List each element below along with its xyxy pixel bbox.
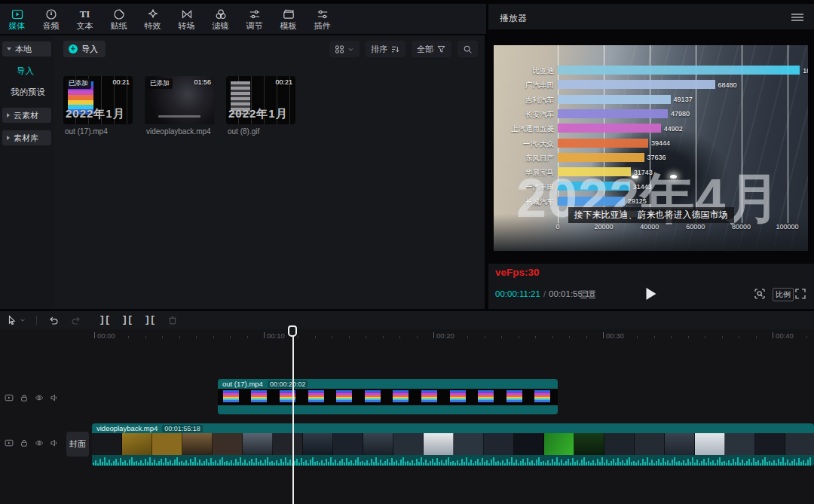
tab-特效[interactable]: 特效	[136, 4, 170, 34]
chart-bar-label: 一汽-大众	[494, 139, 554, 149]
clip-thumbnail	[388, 389, 417, 405]
added-badge: 已添加	[147, 78, 173, 89]
search-icon	[463, 44, 473, 54]
chevron-down-icon	[347, 46, 354, 53]
clip-thumbnail	[92, 433, 122, 455]
select-tool-dropdown[interactable]	[6, 314, 26, 326]
tab-文本[interactable]: TI文本	[68, 4, 102, 34]
split-keep-right-button[interactable]: ][	[144, 314, 156, 326]
template-icon	[282, 8, 295, 20]
ruler-major-tick	[773, 332, 773, 338]
timeline-ruler[interactable]: 00:0000:1000:2000:3000:40	[0, 329, 814, 341]
tab-音频[interactable]: 音频	[34, 4, 68, 34]
chart-bar-label: 长安汽车	[494, 110, 554, 120]
split-keep-left-button[interactable]: ][	[121, 314, 133, 326]
ruler-minor-tick	[637, 336, 638, 338]
view-mode-dropdown[interactable]	[329, 41, 360, 57]
chart-date-watermark: 2022年4月	[516, 163, 781, 235]
chart-bar-value: 44902	[664, 125, 683, 133]
tab-转场[interactable]: 转场	[170, 4, 204, 34]
ruler-minor-tick	[247, 336, 248, 338]
player-header: 播放器	[488, 4, 814, 29]
undo-button[interactable]	[47, 314, 60, 326]
filter-label: 全部	[417, 44, 433, 55]
play-button[interactable]	[647, 288, 656, 300]
media-card-videoplayback.mp4[interactable]: 已添加01:56	[145, 76, 214, 124]
ruler-major-tick	[603, 332, 604, 338]
ruler-minor-tick	[366, 336, 366, 338]
ruler-minor-tick	[332, 336, 332, 338]
chart-bar-value: 105475	[803, 67, 808, 75]
aspect-ratio-button[interactable]: 比例	[773, 288, 794, 301]
thumbnail-chart-decor	[223, 390, 239, 402]
import-button[interactable]: + 导入	[63, 41, 106, 57]
speaker-icon[interactable]	[50, 438, 59, 447]
thumb-caption-strip	[158, 115, 200, 118]
import-button-label: 导入	[81, 44, 98, 55]
ruler-minor-tick	[298, 336, 298, 338]
ruler-minor-tick	[535, 336, 536, 338]
toolbar-divider	[36, 316, 37, 325]
fullscreen-icon[interactable]	[794, 288, 806, 300]
tab-label: 模板	[280, 22, 297, 30]
effects-icon	[146, 8, 159, 20]
clip-thumbnail	[454, 433, 484, 455]
sort-button[interactable]: 排序	[366, 41, 405, 57]
sidebar-item-我的预设[interactable]: 我的预设	[11, 87, 45, 98]
ruler-minor-tick	[654, 336, 655, 338]
eye-icon[interactable]	[35, 438, 44, 447]
ruler-time-label: 00:10	[267, 331, 285, 340]
sidebar-item-导入[interactable]: 导入	[17, 66, 34, 77]
clip-thumbnail	[544, 433, 574, 455]
tab-媒体[interactable]: 媒体	[0, 4, 34, 34]
eye-icon[interactable]	[35, 393, 44, 402]
clip-thumbnail	[274, 389, 303, 405]
thumbnail-chart-decor	[308, 390, 324, 402]
track-type-icon[interactable]	[5, 438, 14, 447]
lock-icon[interactable]	[20, 393, 29, 402]
timeline-clip-videoplayback[interactable]: videoplayback.mp4 00:01:55:18	[92, 423, 814, 466]
playhead-handle[interactable]	[288, 325, 297, 337]
media-card-out (17).mp4[interactable]: 2022年1月已添加00:21	[63, 76, 133, 124]
player-menu-icon[interactable]	[791, 14, 803, 21]
ruler-minor-tick	[620, 336, 621, 338]
preview-quality-icon[interactable]	[754, 288, 766, 300]
sidebar-item-云素材[interactable]: 云素材	[2, 108, 51, 123]
tab-插件[interactable]: 插件	[305, 4, 339, 34]
player-panel: 播放器 020000400006000080000100000比亚迪105475…	[488, 4, 814, 309]
filter-button[interactable]: 全部	[412, 41, 451, 57]
ruler-time-label: 00:00	[97, 331, 115, 340]
tab-滤镜[interactable]: 滤镜	[204, 4, 237, 34]
tab-label: 调节	[246, 22, 263, 30]
media-card-out (8).gif[interactable]: 2022年1月00:21	[226, 76, 295, 124]
track-type-icon[interactable]	[5, 393, 14, 402]
redo-button[interactable]	[70, 314, 82, 326]
timeline-clip-out17[interactable]: out (17).mp4 00:00:20:02	[218, 379, 558, 414]
sidebar-item-素材库[interactable]: 素材库	[2, 130, 51, 145]
tab-模板[interactable]: 模板	[271, 4, 305, 34]
search-button[interactable]	[457, 41, 478, 57]
filter-icon	[214, 8, 227, 20]
lock-icon[interactable]	[20, 438, 29, 447]
tab-调节[interactable]: 调节	[237, 4, 271, 34]
delete-button[interactable]	[167, 314, 179, 326]
clip-thumbnail	[530, 389, 558, 405]
chart-bar-label: 比亚迪	[494, 66, 554, 76]
chart-bar-label: 东风日产	[494, 154, 554, 163]
ruler-minor-tick	[586, 336, 587, 338]
tab-贴纸[interactable]: 贴纸	[102, 4, 136, 34]
ruler-minor-tick	[569, 336, 570, 338]
speaker-icon[interactable]	[50, 393, 59, 402]
preview-grid-icon[interactable]	[580, 290, 597, 300]
clip-thumbnail	[393, 433, 424, 455]
ruler-minor-tick	[196, 336, 197, 338]
sidebar-item-label: 素材库	[14, 133, 38, 144]
clip-filename: out (17).mp4	[222, 380, 263, 388]
cover-button[interactable]: 封面	[66, 432, 89, 457]
tab-label: 贴纸	[111, 22, 127, 30]
clip-thumbnail	[122, 433, 152, 455]
split-button[interactable]: ][	[99, 314, 111, 326]
sidebar-item-本地[interactable]: 本地	[2, 41, 51, 57]
caret-down-icon	[7, 47, 11, 50]
video-preview[interactable]: 020000400006000080000100000比亚迪105475广汽丰田…	[494, 45, 808, 251]
